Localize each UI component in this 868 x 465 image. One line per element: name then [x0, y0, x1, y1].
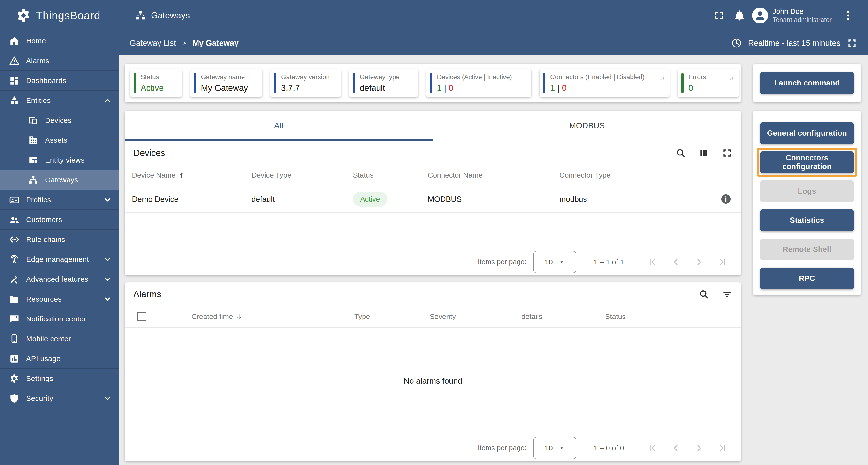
sidebar-item-resources[interactable]: Resources	[0, 289, 119, 309]
sidebar-item-notification-center[interactable]: Notification center	[0, 309, 119, 329]
column-details[interactable]: details	[521, 313, 605, 321]
general-configuration-button[interactable]: General configuration	[760, 122, 854, 144]
dashboard-area: Status Active Gateway name My Gateway Ga…	[119, 55, 868, 465]
column-device-type[interactable]: Device Type	[251, 171, 353, 179]
sidebar-item-home[interactable]: Home	[0, 31, 119, 51]
user-name: John Doe	[772, 7, 832, 16]
first-page-icon[interactable]	[647, 257, 658, 267]
no-alarms-message: No alarms found	[125, 328, 741, 434]
sort-asc-icon	[178, 172, 185, 179]
connector-tabs: All MODBUS	[125, 111, 741, 141]
prev-page-icon[interactable]	[671, 257, 681, 267]
first-page-icon[interactable]	[647, 443, 658, 454]
sidebar-item-settings[interactable]: Settings	[0, 369, 119, 388]
column-created-time[interactable]: Created time	[191, 313, 354, 321]
open-link-icon[interactable]	[658, 75, 665, 82]
launch-command-button[interactable]: Launch command	[760, 72, 854, 94]
user-info[interactable]: John Doe Tenant administrator	[772, 7, 832, 24]
table-row[interactable]: Demo Device default Active MODBUS modbus	[125, 186, 741, 213]
sidebar-item-label: Settings	[26, 374, 53, 383]
brand-logo[interactable]: ThingsBoard	[0, 0, 119, 31]
sidebar-item-dashboards[interactable]: Dashboards	[0, 71, 119, 91]
folder-icon	[9, 294, 19, 304]
rpc-button[interactable]: RPC	[760, 268, 854, 289]
search-icon[interactable]	[675, 148, 686, 158]
breadcrumb-parent[interactable]: Gateway List	[130, 38, 176, 48]
timewindow-label[interactable]: Realtime - last 15 minutes	[748, 38, 840, 48]
page-size-select[interactable]: 10	[533, 251, 576, 273]
column-status[interactable]: Status	[353, 171, 428, 179]
tab-modbus[interactable]: MODBUS	[433, 111, 741, 141]
prev-page-icon[interactable]	[671, 443, 681, 454]
sidebar-item-customers[interactable]: Customers	[0, 210, 119, 230]
notifications-button[interactable]	[729, 5, 750, 26]
chevron-up-icon	[103, 96, 112, 105]
sidebar-item-rule-chains[interactable]: Rule chains	[0, 230, 119, 250]
column-alarm-type[interactable]: Type	[354, 313, 430, 321]
next-page-icon[interactable]	[694, 257, 704, 267]
sidebar-item-assets[interactable]: Assets	[0, 130, 119, 150]
open-link-icon[interactable]	[727, 75, 735, 82]
sidebar-item-label: Security	[26, 394, 53, 403]
tools-icon	[9, 274, 19, 284]
more-menu-button[interactable]	[838, 5, 858, 26]
sidebar-item-mobile-center[interactable]: Mobile center	[0, 329, 119, 349]
sidebar-item-label: Gateways	[45, 176, 78, 184]
cell-status: Active	[353, 192, 428, 207]
connectors-configuration-button[interactable]: Connectors configuration	[760, 151, 854, 173]
statistics-button[interactable]: Statistics	[760, 209, 854, 231]
column-connector-type[interactable]: Connector Type	[559, 171, 685, 179]
sidebar-item-profiles[interactable]: Profiles	[0, 190, 119, 210]
remote-shell-button[interactable]: Remote Shell	[760, 238, 854, 260]
info-icon[interactable]	[720, 194, 732, 205]
next-page-icon[interactable]	[694, 443, 704, 454]
sidebar-item-label: Profiles	[26, 196, 51, 204]
cell-connector-name: MODBUS	[428, 195, 559, 204]
smartphone-icon	[9, 334, 19, 344]
sidebar-item-label: Home	[26, 37, 46, 45]
sidebar-item-entities[interactable]: Entities	[0, 91, 119, 111]
stat-value: Active	[141, 83, 164, 93]
column-device-name[interactable]: Device Name	[132, 171, 251, 179]
column-alarm-status[interactable]: Status	[605, 313, 741, 321]
alarms-pagination: Items per page: 10 1 – 0 of 0	[125, 434, 741, 461]
page-size-select[interactable]: 10	[533, 437, 576, 459]
user-avatar[interactable]	[752, 7, 768, 24]
caret-down-icon	[559, 259, 565, 265]
tab-all[interactable]: All	[125, 111, 433, 141]
expand-icon[interactable]	[722, 148, 733, 158]
sidebar-item-label: Rule chains	[26, 235, 65, 244]
filter-icon[interactable]	[722, 289, 733, 299]
search-icon[interactable]	[699, 289, 709, 299]
columns-icon[interactable]	[699, 148, 709, 158]
sidebar-item-api-usage[interactable]: API usage	[0, 349, 119, 369]
gateway-actions-panel: General configuration Connectors configu…	[753, 111, 861, 295]
column-severity[interactable]: Severity	[430, 313, 521, 321]
sidebar-item-label: Entity views	[45, 156, 85, 164]
caret-down-icon	[559, 445, 565, 451]
last-page-icon[interactable]	[717, 257, 727, 267]
sidebar-item-label: Edge management	[26, 255, 89, 263]
select-all-checkbox[interactable]	[137, 312, 147, 321]
logs-button[interactable]: Logs	[760, 180, 854, 202]
page-range-label: 1 – 1 of 1	[594, 258, 624, 266]
topbar-controls: John Doe Tenant administrator	[709, 5, 868, 26]
breadcrumb-current: My Gateway	[192, 38, 239, 48]
last-page-icon[interactable]	[717, 443, 727, 454]
fullscreen-button[interactable]	[709, 5, 729, 26]
sidebar-item-advanced-features[interactable]: Advanced features	[0, 269, 119, 289]
cell-device-name: Demo Device	[132, 195, 251, 204]
sidebar-item-devices[interactable]: Devices	[0, 111, 119, 130]
top-bar: ThingsBoard Gateways John Doe Tenant adm…	[0, 0, 868, 31]
column-connector-name[interactable]: Connector Name	[428, 171, 559, 179]
sidebar-item-gateways[interactable]: Gateways	[0, 170, 119, 190]
view-quilt-icon	[28, 155, 38, 165]
sidebar-item-edge-management[interactable]: Edge management	[0, 250, 119, 269]
sidebar-item-label: Customers	[26, 215, 62, 224]
stat-label: Connectors (Enabled | Disabled)	[550, 74, 645, 81]
building-icon	[28, 135, 38, 145]
sidebar-item-alarms[interactable]: Alarms	[0, 51, 119, 71]
sidebar-item-entity-views[interactable]: Entity views	[0, 150, 119, 170]
dashboard-fullscreen-icon[interactable]	[847, 38, 857, 49]
sidebar-item-security[interactable]: Security	[0, 388, 119, 408]
